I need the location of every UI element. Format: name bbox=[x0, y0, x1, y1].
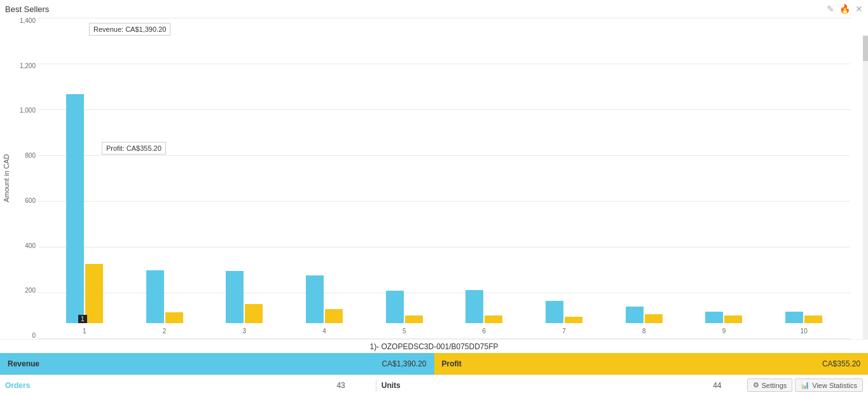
fire-icon[interactable]: 🔥 bbox=[839, 4, 850, 14]
y-tick: 1,400 bbox=[13, 18, 38, 24]
y-tick: 1,000 bbox=[13, 107, 38, 114]
bar-yellow-9[interactable] bbox=[724, 315, 742, 323]
bar-blue-4[interactable] bbox=[306, 275, 324, 323]
bar-blue-10[interactable] bbox=[785, 312, 803, 323]
y-axis-label: Amount in CAD bbox=[0, 18, 13, 339]
orders-stat: Orders 43 bbox=[5, 381, 371, 390]
y-tick: 200 bbox=[13, 288, 38, 294]
chart-inner: 1,400 1,200 1,000 800 600 400 200 0 bbox=[13, 18, 863, 339]
profit-label: Profit bbox=[442, 359, 462, 368]
bar-blue-9[interactable] bbox=[705, 312, 723, 323]
x-tick-2: 2 bbox=[125, 328, 205, 335]
bar-blue-7[interactable] bbox=[546, 301, 563, 323]
y-ticks: 1,400 1,200 1,000 800 600 400 200 0 bbox=[13, 18, 38, 339]
bars-wrapper-2 bbox=[146, 270, 183, 323]
x-tick-5: 5 bbox=[364, 328, 444, 335]
stats-bar: Revenue CA$1,390.20 Profit CA$355.20 bbox=[0, 353, 868, 375]
view-statistics-button[interactable]: 📊 View Statistics bbox=[795, 378, 863, 392]
chart-area: Amount in CAD 1,400 1,200 1,000 800 600 … bbox=[0, 18, 868, 339]
x-tick-6: 6 bbox=[444, 328, 525, 335]
bar-blue-3[interactable] bbox=[226, 271, 244, 323]
settings-icon: ⚙ bbox=[753, 381, 759, 389]
bar-group-4[interactable] bbox=[284, 275, 364, 323]
profit-value: CA$355.20 bbox=[822, 359, 860, 368]
units-label: Units bbox=[382, 381, 401, 390]
x-tick-4: 4 bbox=[284, 328, 364, 335]
page-container: Best Sellers ✎ 🔥 ✕ Amount in CAD 1,400 1… bbox=[0, 0, 868, 395]
bars-wrapper-8 bbox=[626, 307, 663, 323]
bars-wrapper-6 bbox=[465, 290, 502, 323]
bar-yellow-10[interactable] bbox=[804, 315, 822, 323]
footer-divider bbox=[376, 379, 376, 392]
footer-bar: Orders 43 Units 44 ⚙ Settings 📊 View Sta… bbox=[0, 375, 868, 395]
y-tick: 1,200 bbox=[13, 63, 38, 69]
x-tick-10: 10 bbox=[764, 328, 844, 335]
bar-group-8[interactable] bbox=[604, 307, 684, 323]
view-statistics-label: View Statistics bbox=[812, 382, 857, 389]
settings-label: Settings bbox=[762, 382, 787, 389]
expand-icon[interactable]: ✕ bbox=[855, 4, 863, 14]
x-tick-8: 8 bbox=[604, 328, 684, 335]
orders-value: 43 bbox=[336, 381, 345, 390]
bar-yellow-7[interactable] bbox=[565, 317, 582, 323]
bars-wrapper-1 bbox=[66, 94, 103, 323]
scrollbar-thumb[interactable] bbox=[863, 36, 868, 61]
bar-blue-8[interactable] bbox=[626, 307, 644, 323]
units-value: 44 bbox=[713, 381, 721, 390]
bars-wrapper-9 bbox=[705, 312, 742, 323]
footer-actions: ⚙ Settings 📊 View Statistics bbox=[747, 378, 863, 392]
bar-group-6[interactable] bbox=[444, 290, 525, 323]
y-tick: 0 bbox=[13, 333, 38, 339]
bar-group-7[interactable] bbox=[524, 301, 604, 323]
bars-wrapper-3 bbox=[226, 271, 263, 323]
x-tick-7: 7 bbox=[524, 328, 604, 335]
header-icons: ✎ 🔥 ✕ bbox=[827, 4, 863, 14]
bar-chart-icon: 📊 bbox=[801, 381, 809, 389]
bar-group-3[interactable] bbox=[204, 271, 284, 323]
bar-group-9[interactable] bbox=[684, 312, 764, 323]
bar-yellow-3[interactable] bbox=[245, 304, 263, 323]
settings-button[interactable]: ⚙ Settings bbox=[747, 378, 793, 392]
revenue-label: Revenue bbox=[8, 359, 39, 368]
orders-label: Orders bbox=[5, 381, 30, 390]
chart-plot: 1,400 1,200 1,000 800 600 400 200 0 bbox=[13, 18, 863, 339]
x-tick-1: 1 bbox=[45, 328, 125, 335]
selected-bar-indicator: 1 bbox=[78, 315, 87, 323]
pencil-icon[interactable]: ✎ bbox=[827, 4, 834, 14]
bars-wrapper-7 bbox=[546, 301, 582, 323]
bar-yellow-6[interactable] bbox=[485, 315, 502, 323]
bars-wrapper-10 bbox=[785, 312, 822, 323]
chart-header: Best Sellers ✎ 🔥 ✕ bbox=[0, 0, 868, 18]
chart-title: Best Sellers bbox=[5, 4, 49, 14]
scrollbar[interactable] bbox=[863, 36, 868, 339]
y-tick: 600 bbox=[13, 198, 38, 204]
bar-blue-5[interactable] bbox=[386, 291, 404, 323]
bar-group-2[interactable] bbox=[125, 270, 205, 323]
revenue-stat-cell: Revenue CA$1,390.20 bbox=[0, 353, 434, 375]
revenue-value: CA$1,390.20 bbox=[382, 359, 426, 368]
bars-container bbox=[38, 18, 850, 323]
bar-group-5[interactable] bbox=[364, 291, 444, 323]
chart-subtitle: 1)- OZOPEDSC3D-001/B075DD75FP bbox=[0, 339, 868, 353]
bar-yellow-2[interactable] bbox=[165, 312, 183, 323]
bar-yellow-8[interactable] bbox=[645, 314, 663, 323]
y-tick: 400 bbox=[13, 243, 38, 249]
bar-blue-6[interactable] bbox=[465, 290, 483, 323]
x-axis: 1 2 3 4 5 6 7 8 9 10 bbox=[38, 323, 850, 339]
bars-wrapper-4 bbox=[306, 275, 343, 323]
bars-wrapper-5 bbox=[386, 291, 423, 323]
profit-stat-cell: Profit CA$355.20 bbox=[434, 353, 869, 375]
bar-group-10[interactable] bbox=[764, 312, 844, 323]
bar-yellow-1[interactable] bbox=[85, 264, 103, 323]
bar-yellow-4[interactable] bbox=[325, 309, 343, 323]
units-stat: Units 44 bbox=[382, 381, 747, 390]
y-tick: 800 bbox=[13, 153, 38, 159]
bar-blue-1[interactable] bbox=[66, 94, 84, 323]
x-tick-9: 9 bbox=[684, 328, 764, 335]
x-tick-3: 3 bbox=[204, 328, 284, 335]
bar-group-1[interactable] bbox=[45, 94, 125, 323]
bar-yellow-5[interactable] bbox=[405, 315, 423, 323]
bar-blue-2[interactable] bbox=[146, 270, 164, 323]
